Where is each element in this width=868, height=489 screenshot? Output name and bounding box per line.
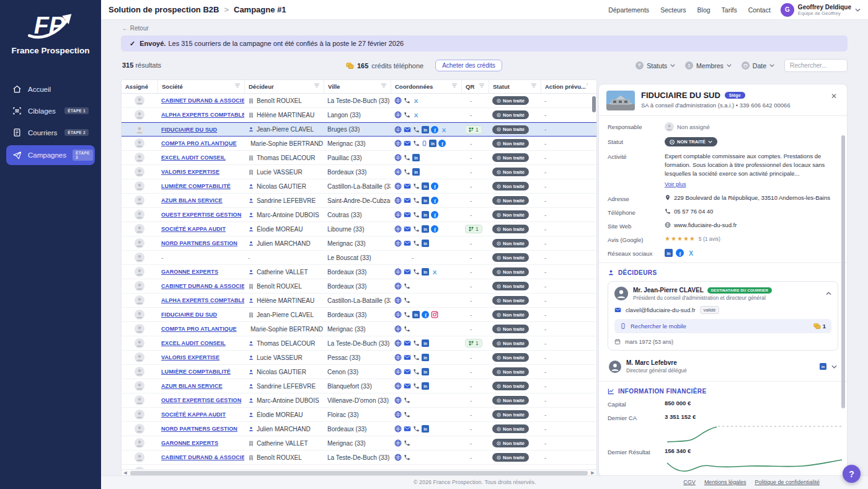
filter-icon[interactable] <box>586 83 588 90</box>
table-row[interactable]: ALPHA EXPERTS COMPTABLESHélène MARTINEAU… <box>122 294 596 308</box>
company-link[interactable]: COMPTA PRO ATLANTIQUE <box>161 326 237 332</box>
company-link[interactable]: SOCIÉTÉ KAPPA AUDIT <box>161 411 226 418</box>
table-row[interactable]: NORD PARTNERS GESTIONJulien MARCHANDMeri… <box>122 236 596 251</box>
assigned-avatar[interactable] <box>122 151 157 164</box>
assigned-avatar[interactable] <box>122 194 157 207</box>
company-link[interactable]: NORD PARTNERS GESTION <box>161 426 237 432</box>
mail-icon[interactable] <box>404 126 411 133</box>
globe-icon[interactable] <box>394 197 402 204</box>
filter-icon[interactable] <box>451 83 458 90</box>
column-header-7[interactable]: Statut <box>489 80 541 93</box>
panel-scrollbar[interactable] <box>841 123 845 470</box>
phone-icon[interactable] <box>404 168 410 176</box>
facebook-icon[interactable]: f <box>676 249 684 257</box>
mobile-icon[interactable] <box>422 140 427 147</box>
globe-icon[interactable] <box>394 182 402 190</box>
phone-icon[interactable] <box>404 282 410 290</box>
globe-icon[interactable] <box>394 368 402 375</box>
statut-dropdown[interactable]: NON TRAITÉ <box>665 137 717 146</box>
linkedin-icon[interactable]: in <box>412 311 420 318</box>
assigned-avatar[interactable] <box>122 208 157 222</box>
phone-icon[interactable] <box>404 397 410 404</box>
x-icon[interactable]: X <box>687 249 695 257</box>
company-link[interactable]: OUEST EXPERTISE GESTION <box>161 212 241 218</box>
phone-icon[interactable] <box>413 382 420 390</box>
filter-icon[interactable] <box>531 83 537 90</box>
phone-icon[interactable] <box>413 211 420 218</box>
mail-icon[interactable] <box>404 240 411 247</box>
close-icon[interactable]: ✕ <box>828 91 839 102</box>
footer-link[interactable]: CGV <box>683 479 696 485</box>
assigned-avatar[interactable] <box>122 137 157 150</box>
linkedin-icon[interactable]: in <box>422 339 429 347</box>
table-row[interactable]: ALPHA EXPERTS COMPTABLESHélène MARTINEAU… <box>122 108 596 122</box>
linkedin-icon[interactable]: in <box>422 126 429 133</box>
x-icon[interactable]: X <box>440 126 448 133</box>
linkedin-icon[interactable]: in <box>412 168 420 176</box>
phone-icon[interactable] <box>404 154 410 161</box>
phone-icon[interactable] <box>404 454 410 461</box>
scrollbar-thumb[interactable] <box>130 471 588 475</box>
globe-icon[interactable] <box>394 282 402 290</box>
back-button[interactable]: ← Retour <box>122 25 149 32</box>
globe-icon[interactable] <box>394 339 402 347</box>
mail-icon[interactable] <box>404 211 411 218</box>
assigned-avatar[interactable] <box>122 308 157 321</box>
table-row[interactable]: CABINET DURAND & ASSOCIESBenoît ROUXELBo… <box>122 279 596 294</box>
linkedin-icon[interactable]: in <box>422 354 429 361</box>
table-row[interactable]: NORD PARTNERS GESTIONJulien MARCHANDBord… <box>122 422 596 436</box>
mail-icon[interactable] <box>404 140 411 147</box>
globe-icon[interactable] <box>394 425 402 433</box>
phone-icon[interactable] <box>404 97 410 104</box>
decider-email[interactable]: clavel@fiduciaire-du-sud.fr <box>626 307 696 313</box>
table-row[interactable]: VALORIS EXPERTISELucie VASSEURBordeaux (… <box>122 165 596 179</box>
globe-icon[interactable] <box>394 411 402 418</box>
column-header-5[interactable]: Coordonnées <box>391 80 461 93</box>
table-row[interactable]: EXCEL AUDIT CONSEILThomas DELACOURPauill… <box>122 151 596 165</box>
table-row[interactable]: GARONNE EXPERTSCatherine VALLETBordeaux … <box>122 265 596 279</box>
breadcrumb-root[interactable]: Solution de prospection B2B <box>108 5 219 14</box>
globe-icon[interactable] <box>394 126 402 133</box>
column-header-8[interactable]: Action prévu... <box>541 80 588 93</box>
company-link[interactable]: EXCEL AUDIT CONSEIL <box>161 155 226 161</box>
assigned-avatar[interactable] <box>122 408 157 421</box>
footer-link[interactable]: Politique de confidentialité <box>755 479 820 485</box>
globe-icon[interactable] <box>394 240 402 247</box>
assigned-avatar[interactable] <box>122 294 157 307</box>
company-link[interactable]: AZUR BILAN SERVICE <box>161 383 223 389</box>
company-link[interactable]: EXCEL AUDIT CONSEIL <box>161 340 226 346</box>
phone-icon[interactable] <box>413 140 420 147</box>
phone-icon[interactable] <box>413 425 420 433</box>
help-button[interactable]: ? <box>843 465 861 483</box>
top-nav-blog[interactable]: Blog <box>698 6 711 14</box>
globe-icon[interactable] <box>394 311 402 318</box>
mail-icon[interactable] <box>404 197 411 204</box>
table-row[interactable]: SOCIÉTÉ KAPPA AUDITÉlodie MOREAULibourne… <box>122 222 596 236</box>
table-row[interactable]: --Le Bouscat (33)--Non traité- <box>122 251 596 265</box>
assigned-avatar[interactable] <box>122 336 157 350</box>
linkedin-icon[interactable]: in <box>422 225 429 233</box>
x-icon[interactable]: X <box>431 268 438 276</box>
column-header-1[interactable]: Assigné <box>122 80 157 93</box>
table-row[interactable]: CABINET DURAND & ASSOCIESBenoît ROUXELLa… <box>122 451 596 465</box>
assigned-avatar[interactable] <box>122 279 157 293</box>
assigned-avatar[interactable] <box>122 436 157 450</box>
top-nav-tarifs[interactable]: Tarifs <box>722 6 737 14</box>
company-link[interactable]: GARONNE EXPERTS <box>161 440 218 446</box>
company-link[interactable]: LUMIÈRE COMPTABILITÉ <box>161 183 231 189</box>
globe-icon[interactable] <box>394 354 402 361</box>
mail-icon[interactable] <box>404 268 411 276</box>
company-link[interactable]: ALPHA EXPERTS COMPTABLES <box>161 297 244 303</box>
company-link[interactable]: NORD PARTNERS GESTION <box>161 240 237 246</box>
globe-icon[interactable] <box>394 168 402 176</box>
buy-credits-button[interactable]: Acheter des crédits <box>435 60 502 71</box>
decider-row[interactable]: M. Marc Lefebvre Directeur général délég… <box>608 356 838 376</box>
search-mobile-button[interactable]: Rechercher le mobile 1 <box>614 319 831 333</box>
mail-icon[interactable] <box>404 225 411 233</box>
filter-icon[interactable] <box>381 83 387 90</box>
table-row[interactable]: EXCEL AUDIT CONSEILThomas DELACOURLa Tes… <box>122 336 596 351</box>
column-header-3[interactable]: Décideur <box>244 80 324 93</box>
linkedin-icon[interactable]: in <box>820 363 826 370</box>
mail-icon[interactable] <box>404 425 411 433</box>
x-icon[interactable]: X <box>412 111 420 119</box>
